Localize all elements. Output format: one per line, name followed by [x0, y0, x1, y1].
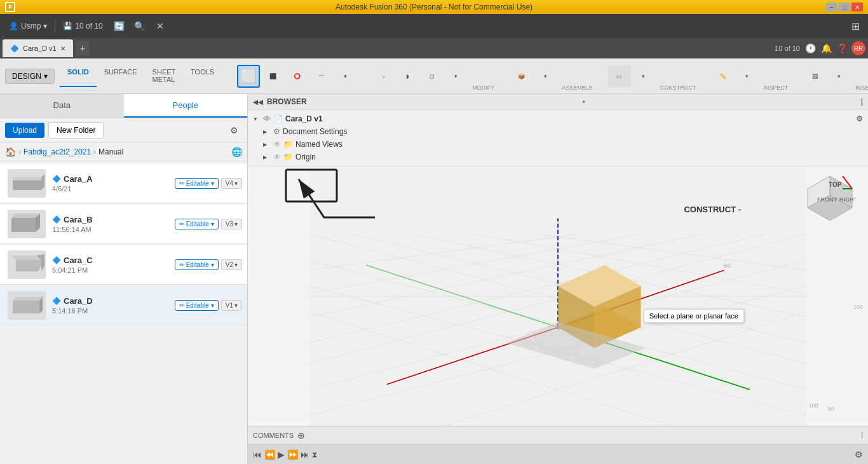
tree-item-root[interactable]: ▼ 👁 📄 Cara_D v1 ⚙ — [248, 113, 868, 125]
active-document-tab[interactable]: 🔷 Cara_D v1 ✕ — [3, 39, 73, 57]
breadcrumb-sep-1: › — [18, 147, 21, 156]
editable-badge[interactable]: ✏ Editable ▾ — [175, 178, 219, 189]
sketch-tool[interactable]: ⬜ — [237, 65, 260, 88]
tree-visibility-icon[interactable]: 👁 — [263, 114, 271, 123]
version-dropdown-icon: ▾ — [234, 302, 238, 309]
design-menu-button[interactable]: DESIGN ▾ — [5, 69, 55, 84]
offset-plane-icon: ▭ — [616, 73, 622, 79]
browser-resize-handle[interactable]: | — [861, 97, 863, 106]
canvas-area[interactable]: 50 100 150 200 50 -50 -100 150 100 — [248, 167, 868, 426]
editable-badge[interactable]: ✏ Editable ▾ — [175, 300, 219, 311]
tab-close-button[interactable]: ✕ — [60, 45, 65, 52]
new-folder-button[interactable]: New Folder — [48, 122, 104, 139]
design-label: DESIGN — [12, 72, 41, 81]
user-menu[interactable]: 👤 Usmp ▾ — [4, 19, 52, 33]
next-button[interactable]: ⏩ — [287, 449, 298, 460]
search-button[interactable]: 🔍 — [131, 17, 149, 35]
revolve-icon: ⭕ — [294, 73, 301, 79]
sweep-tool[interactable]: 〰 — [309, 65, 332, 88]
editable-badge[interactable]: ✏ Editable ▾ — [175, 259, 219, 270]
refresh-button[interactable]: 🔄 — [111, 17, 128, 35]
tree-expand-icon: ▶ — [263, 142, 271, 147]
more-construct-tool[interactable]: ▾ — [632, 65, 655, 88]
close-panel-button[interactable]: ✕ — [151, 17, 169, 35]
new-tab-button[interactable]: + — [76, 41, 90, 55]
insert-tool[interactable]: 🖼 — [803, 65, 826, 88]
tab-solid[interactable]: SOLID — [60, 65, 97, 87]
tree-folder-icon: 📁 — [283, 153, 293, 161]
browser-options-button[interactable]: • — [583, 97, 585, 106]
title-bar: F Autodesk Fusion 360 (Personal - Not fo… — [0, 0, 868, 14]
tree-visibility-icon[interactable]: 👁 — [273, 153, 281, 161]
editable-badge[interactable]: ✏ Editable ▾ — [175, 219, 219, 229]
upload-button[interactable]: Upload — [5, 123, 44, 138]
list-item[interactable]: 🔷 Cara_A 4/6/21 ✏ Editable ▾ V4 — [0, 164, 247, 203]
file-date: 5:14:16 PM — [52, 307, 168, 315]
list-item[interactable]: 🔷 Cara_B 11:56:14 AM ✏ Editable ▾ V3 — [0, 205, 247, 244]
tab-tools[interactable]: TOOLS — [183, 65, 222, 87]
version-badge[interactable]: V3 ▾ — [221, 219, 242, 229]
tree-item-doc-settings[interactable]: ▶ ⚙ Document Settings — [248, 125, 868, 138]
tree-settings-icon[interactable]: ⚙ — [856, 114, 863, 123]
tree-root-label: Cara_D v1 — [285, 114, 853, 123]
measure-tool[interactable]: 📏 — [711, 65, 734, 88]
list-item[interactable]: 🔷 Cara_C 5:04:21 PM ✏ Editable ▾ V2 — [0, 245, 247, 285]
skip-to-start-button[interactable]: ⏮ — [253, 449, 262, 460]
tree-item-named-views[interactable]: ▶ 👁 📁 Named Views — [248, 138, 868, 151]
data-tab[interactable]: Data — [0, 94, 124, 118]
shell-tool[interactable]: ◻ — [420, 65, 443, 88]
more-insert-tool[interactable]: ▾ — [827, 65, 850, 88]
more-assemble-tool[interactable]: ▾ — [534, 65, 557, 88]
more-modify-tool[interactable]: ▾ — [444, 65, 467, 88]
tab-sheet-metal[interactable]: SHEET METAL — [145, 65, 183, 87]
version-badge[interactable]: V1 ▾ — [221, 300, 242, 311]
history-icon[interactable]: 🕐 — [804, 42, 817, 55]
press-pull-tool[interactable]: ⬦ — [372, 65, 395, 88]
toolbar: DESIGN ▾ SOLID SURFACE SHEET METAL TOOLS… — [0, 58, 868, 94]
comments-label: COMMENTS — [253, 432, 294, 439]
user-avatar[interactable]: RR — [851, 41, 865, 55]
minimize-button[interactable]: − — [826, 3, 837, 11]
left-panel-tabs: Data People — [0, 94, 247, 118]
browser-collapse-button[interactable]: ◀◀ — [253, 97, 263, 107]
tab-surface[interactable]: SURFACE — [97, 65, 145, 87]
prev-button[interactable]: ⏪ — [264, 449, 275, 460]
press-pull-icon: ⬦ — [382, 73, 385, 79]
filter-button[interactable]: ⧗ — [312, 450, 317, 459]
list-item[interactable]: 🔷 Cara_D 5:14:16 PM ✏ Editable ▾ V1 — [0, 286, 247, 325]
tree-item-origin[interactable]: ▶ 👁 📁 Origin — [248, 151, 868, 163]
file-thumbnail — [8, 250, 46, 279]
version-badge[interactable]: V2 ▾ — [221, 259, 242, 270]
more-inspect-tool[interactable]: ▾ — [735, 65, 758, 88]
version-badge[interactable]: V4 ▾ — [221, 178, 242, 189]
breadcrumb-folder: Manual — [98, 147, 123, 156]
extrude-tool[interactable]: ⬛ — [261, 65, 284, 88]
add-comment-button[interactable]: ⊕ — [297, 430, 305, 440]
close-button[interactable]: ✕ — [851, 3, 863, 11]
window-title: Autodesk Fusion 360 (Personal - Not for … — [336, 3, 532, 11]
home-icon[interactable]: 🏠 — [5, 147, 16, 157]
view-cube[interactable]: TOP FRONT RIGHT — [804, 173, 855, 224]
viewport-settings-button[interactable]: ⚙ — [855, 449, 863, 460]
svg-text:FRONT: FRONT — [817, 196, 837, 203]
breadcrumb-project[interactable]: Fabdig_ac2t2_2021 — [24, 147, 91, 156]
more-create-tool[interactable]: ▾ — [334, 65, 356, 88]
fillet-tool[interactable]: ◗ — [396, 65, 419, 88]
play-button[interactable]: ▶ — [278, 449, 285, 460]
new-component-tool[interactable]: 📦 — [510, 65, 532, 88]
menu-bar: 👤 Usmp ▾ 💾 10 of 10 🔄 🔍 ✕ ⊞ — [0, 14, 868, 38]
svg-marker-8 — [16, 260, 41, 271]
skip-to-end-button[interactable]: ⏭ — [301, 449, 309, 460]
people-tab[interactable]: People — [124, 94, 248, 118]
maximize-button[interactable]: □ — [839, 3, 850, 11]
world-icon[interactable]: 🌐 — [231, 147, 242, 157]
measure-icon: 📏 — [719, 73, 726, 79]
panel-settings-button[interactable]: ⚙ — [226, 122, 242, 139]
grid-menu-button[interactable]: ⊞ — [846, 17, 864, 35]
help-icon[interactable]: ❓ — [836, 42, 849, 55]
notification-icon[interactable]: 🔔 — [820, 42, 833, 55]
tree-visibility-icon[interactable]: 👁 — [273, 140, 281, 149]
offset-plane-tool[interactable]: ▭ — [608, 65, 631, 88]
comments-collapse-button[interactable]: | — [861, 432, 863, 439]
revolve-tool[interactable]: ⭕ — [285, 65, 308, 88]
